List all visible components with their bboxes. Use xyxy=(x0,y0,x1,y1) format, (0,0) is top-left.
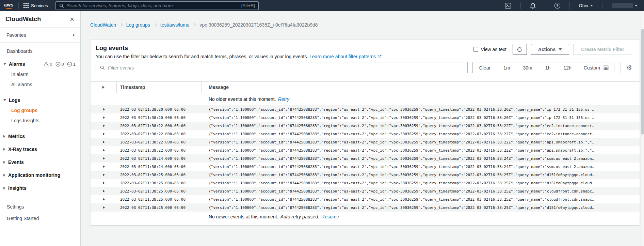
time-range-clear[interactable]: Clear xyxy=(473,62,497,73)
table-row[interactable]: 2022-03-02T11:38:22.000-05:00 {"version"… xyxy=(91,130,640,138)
chevron-down-icon xyxy=(3,99,6,101)
sidebar-section-events[interactable]: Events xyxy=(0,157,80,167)
sidebar-item-getting-started[interactable]: Getting Started xyxy=(0,213,80,224)
services-grid-icon xyxy=(23,3,29,8)
expand-row-icon[interactable] xyxy=(103,141,105,143)
retry-link[interactable]: Retry xyxy=(278,96,289,102)
expand-row-icon[interactable] xyxy=(103,165,105,168)
expand-row-icon[interactable] xyxy=(103,198,105,201)
chevron-right-icon xyxy=(154,24,157,26)
notifications-bell-icon[interactable] xyxy=(526,3,540,9)
aws-logo-swoosh xyxy=(5,6,13,9)
sidebar-item-settings[interactable]: Settings xyxy=(0,202,80,212)
close-icon[interactable]: × xyxy=(70,16,74,23)
help-icon[interactable]: ? xyxy=(550,3,565,9)
expand-row-icon[interactable] xyxy=(103,149,105,152)
alarm-badges: 0 0 1 xyxy=(44,62,76,67)
actions-button[interactable]: Actions xyxy=(531,44,569,55)
table-row[interactable]: 2022-03-02T11:38:20.000-05:00 {"version"… xyxy=(91,113,640,122)
table-row[interactable]: 2022-03-02T11:38:24.000-05:00 {"version"… xyxy=(91,163,640,171)
log-message: {"version":"1.100000","account_id":"8744… xyxy=(202,171,640,179)
breadcrumb-log-groups[interactable]: Log groups xyxy=(126,22,150,28)
sidebar-section-xray-traces[interactable]: X-Ray traces xyxy=(0,144,80,154)
chevron-down-icon xyxy=(559,48,562,50)
expand-row-icon[interactable] xyxy=(103,206,105,209)
expand-row-icon[interactable] xyxy=(103,116,105,119)
sidebar-section-metrics[interactable]: Metrics xyxy=(0,131,80,141)
global-search-box[interactable]: [Alt+S] xyxy=(55,1,259,10)
table-row[interactable]: 2022-03-02T11:38:20.000-05:00 {"version"… xyxy=(91,105,640,113)
table-row[interactable]: 2022-03-02T11:38:22.000-05:00 {"version"… xyxy=(91,146,640,154)
sidebar-item-in-alarm[interactable]: In alarm xyxy=(0,69,80,79)
expand-row-icon[interactable] xyxy=(103,124,105,127)
breadcrumb-log-group-name[interactable]: test/aws/lumu xyxy=(160,22,190,28)
search-icon xyxy=(100,65,105,70)
region-selector[interactable]: Ohio xyxy=(575,3,597,8)
log-events-table: Timestamp Message No older events at thi… xyxy=(91,81,640,222)
alarm-count: 1 xyxy=(73,62,76,67)
time-range-1h[interactable]: 1h xyxy=(539,62,557,73)
alarm-count: 0 xyxy=(50,62,52,67)
expand-row-icon[interactable] xyxy=(103,182,105,184)
sidebar-item-favorites[interactable]: Favorites xyxy=(0,28,80,43)
log-timestamp: 2022-03-02T11:38:25.000-05:00 xyxy=(117,187,202,195)
refresh-button[interactable] xyxy=(513,44,527,55)
table-row[interactable]: 2022-03-02T11:38:25.000-05:00 {"version"… xyxy=(91,203,640,212)
log-message: {"version":"1.100000","account_id":"8744… xyxy=(202,105,640,113)
create-metric-filter-button[interactable]: Create Metric Filter xyxy=(573,44,632,55)
chevron-right-icon xyxy=(3,148,5,151)
scrollbar-thumb[interactable] xyxy=(641,29,644,135)
sidebar-item-all-alarms[interactable]: All alarms xyxy=(0,79,80,90)
expand-row-icon[interactable] xyxy=(103,173,105,176)
expand-row-icon[interactable] xyxy=(103,108,105,111)
no-older-events-note: No older events at this moment. Retry xyxy=(91,93,640,105)
services-menu[interactable]: Services xyxy=(23,3,48,8)
table-row[interactable]: 2022-03-02T11:38:22.000-05:00 {"version"… xyxy=(91,122,640,130)
divider xyxy=(545,2,545,9)
vertical-scrollbar[interactable] xyxy=(641,11,644,246)
time-range-1m[interactable]: 1m xyxy=(497,62,516,73)
expand-row-icon[interactable] xyxy=(103,157,105,160)
time-range-30m[interactable]: 30m xyxy=(517,62,539,73)
sidebar-section-application-monitoring[interactable]: Application monitoring xyxy=(0,170,80,180)
expand-row-icon[interactable] xyxy=(103,133,105,135)
breadcrumb: CloudWatch Log groups test/aws/lumu vpc-… xyxy=(90,21,644,28)
sidebar-item-logs-insights[interactable]: Logs Insights xyxy=(0,116,80,126)
sidebar-title: CloudWatch xyxy=(5,16,41,23)
log-timestamp: 2022-03-02T11:38:22.000-05:00 xyxy=(117,122,202,130)
chevron-right-icon xyxy=(3,161,5,164)
search-input[interactable] xyxy=(67,3,241,8)
top-navigation-bar: aws Services [Alt+S] xyxy=(0,0,644,11)
resume-link[interactable]: Resume xyxy=(321,214,339,219)
gear-icon[interactable]: ⚙ xyxy=(626,64,632,71)
log-timestamp: 2022-03-02T11:38:20.000-05:00 xyxy=(117,113,202,122)
sidebar-section-alarms[interactable]: Alarms 0 xyxy=(0,59,80,69)
time-range-12h[interactable]: 12h xyxy=(557,62,578,73)
table-row[interactable]: 2022-03-02T11:38:25.000-05:00 {"version"… xyxy=(91,195,640,203)
filter-events-box[interactable] xyxy=(96,62,468,73)
learn-more-link[interactable]: Learn more about filter patterns xyxy=(309,54,376,59)
expand-row-icon[interactable] xyxy=(103,190,105,193)
sidebar-section-logs[interactable]: Logs xyxy=(0,95,80,105)
cloudshell-icon[interactable] xyxy=(500,3,516,9)
account-menu[interactable] xyxy=(607,3,642,8)
table-row[interactable]: 2022-03-02T11:38:22.000-05:00 {"version"… xyxy=(91,138,640,146)
sidebar-item-dashboards[interactable]: Dashboards xyxy=(0,46,80,56)
log-message: {"version":"1.100000","account_id":"8744… xyxy=(202,163,640,171)
table-row[interactable]: 2022-03-02T11:38:25.000-05:00 {"version"… xyxy=(91,179,640,187)
sidebar-section-insights[interactable]: Insights xyxy=(0,183,80,193)
table-row[interactable]: 2022-03-02T11:38:24.000-05:00 {"version"… xyxy=(91,154,640,163)
breadcrumb-cloudwatch[interactable]: CloudWatch xyxy=(90,22,116,28)
time-range-custom[interactable]: Custom xyxy=(578,62,614,73)
aws-logo[interactable]: aws xyxy=(4,3,14,9)
filter-events-input[interactable] xyxy=(108,65,463,71)
no-newer-events-note: No newer events at this moment. Auto ret… xyxy=(91,212,640,222)
search-icon xyxy=(59,3,64,8)
alarm-count: 0 xyxy=(62,62,64,67)
expand-all-icon[interactable] xyxy=(102,86,104,89)
log-message: {"version":"1.100000","account_id":"8744… xyxy=(202,203,640,212)
table-row[interactable]: 2022-03-02T11:38:25.000-05:00 {"version"… xyxy=(91,171,640,179)
table-row[interactable]: 2022-03-02T11:38:25.000-05:00 {"version"… xyxy=(91,187,640,195)
view-as-text-checkbox[interactable] xyxy=(473,47,478,52)
sidebar-item-log-groups[interactable]: Log groups xyxy=(0,105,80,116)
